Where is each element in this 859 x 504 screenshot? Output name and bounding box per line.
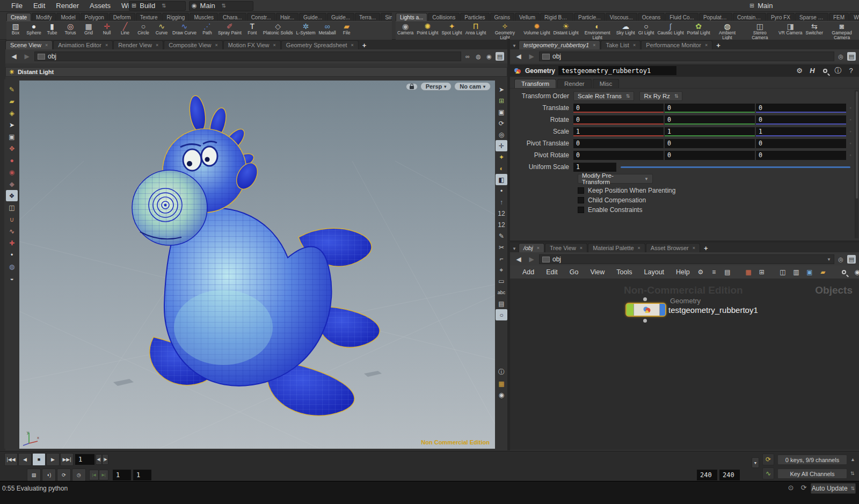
search-icon[interactable] — [820, 67, 830, 75]
camera-select[interactable]: No cam▾ — [454, 82, 491, 91]
desktop-build-select[interactable]: ⊞ Build ⇅ — [129, 1, 186, 11]
shelf-tab-hair[interactable]: Hair... — [276, 13, 299, 21]
folder-tab-render[interactable]: Render — [557, 79, 592, 88]
network-camera-icon[interactable]: ◉ — [851, 267, 859, 278]
group-grid-icon[interactable]: ▤ — [496, 298, 507, 309]
shadow-icon[interactable]: ◐ — [496, 163, 507, 174]
tool-platonic-solids[interactable]: ◇Platonic Solids — [261, 21, 295, 40]
shelf-tab-containe[interactable]: Containe... — [733, 13, 766, 21]
dynamics-tool-icon[interactable]: ◉ — [6, 166, 18, 178]
close-icon[interactable]: × — [273, 42, 276, 48]
radial-menu-select[interactable]: ⊞ Main — [747, 1, 812, 11]
display-options-icon[interactable]: ▤ — [847, 255, 856, 264]
new-pane-tab-button[interactable]: + — [701, 244, 711, 252]
scene-tab-composite-view[interactable]: Composite View× — [164, 40, 223, 49]
network-tab-obj[interactable]: /obj× — [519, 243, 544, 252]
pivot-translate-z-field[interactable]: 0 — [756, 139, 846, 148]
shelf-tab-create[interactable]: Create — [6, 13, 31, 21]
tool-switcher[interactable]: ⇆Switcher — [804, 21, 825, 40]
sphere-brush-icon[interactable]: ● — [6, 155, 18, 166]
network-path-field[interactable]: obj ▼ — [539, 254, 834, 264]
node-name-field[interactable]: testgeometry_rubbertoy1 — [558, 66, 676, 75]
tool-portal-light[interactable]: ✿Portal Light — [686, 21, 712, 40]
network-tab-tree-view[interactable]: Tree View× — [545, 243, 587, 252]
shelf-tab-populate[interactable]: Populate... — [699, 13, 732, 21]
axis-icon[interactable]: ⌖ — [496, 264, 507, 275]
folder-tab-misc[interactable]: Misc — [593, 79, 620, 88]
close-icon[interactable]: × — [705, 42, 708, 48]
paint-tool-icon[interactable]: ✎ — [6, 84, 18, 95]
expand-icon[interactable]: ▲ — [850, 457, 855, 462]
clip-icon[interactable]: ✂ — [496, 242, 507, 253]
vertex-numbers-icon[interactable]: 12 — [496, 219, 507, 230]
loop-mode-button[interactable]: ⟳ — [57, 469, 71, 481]
folder-icon[interactable]: ▰ — [817, 267, 829, 278]
current-tool-icon[interactable]: ❖ — [6, 190, 18, 201]
new-pane-tab-button[interactable]: + — [713, 41, 724, 49]
tool-curve[interactable]: ∿Curve — [152, 21, 171, 40]
tool-stereo-camera[interactable]: ◫Stereo Camera — [742, 21, 777, 40]
snapshot-icon[interactable]: ◉ — [485, 52, 493, 61]
spinner-icon[interactable]: ⇅ — [850, 471, 855, 476]
grid-view-icon[interactable]: ⊞ — [756, 267, 768, 278]
child-compensation-checkbox[interactable] — [578, 197, 584, 203]
spinner-icon[interactable]: ⇅ — [162, 3, 166, 9]
panel-icon[interactable]: ▭ — [496, 275, 507, 287]
shelf-tab-particles[interactable]: Particles — [460, 13, 489, 21]
shelf-tab-muscles[interactable]: Muscles — [190, 13, 218, 21]
stop-button[interactable]: ■ — [32, 453, 46, 466]
pretransform-menu-button[interactable]: Modify Pre-Transform ▼ — [578, 174, 653, 184]
houdini-badge-icon[interactable]: H — [807, 67, 817, 75]
tool-tube[interactable]: ▮Tube — [43, 21, 61, 40]
tool-grid[interactable]: ▦Grid — [79, 21, 98, 40]
close-icon[interactable]: × — [638, 245, 640, 251]
shelf-tab-grains[interactable]: Grains — [490, 13, 514, 21]
pane-menu-icon[interactable]: ▼ — [510, 43, 519, 49]
color-palette-icon[interactable]: ▦ — [496, 378, 507, 389]
forward-button[interactable]: ▶ — [526, 255, 537, 264]
tool-area-light[interactable]: ΠArea Light — [464, 21, 488, 40]
rotate-order-select[interactable]: Rx Ry Rz ⇅ — [639, 91, 682, 101]
lightbulb-icon[interactable]: ○ — [496, 309, 507, 320]
shelf-tab-rigging[interactable]: Rigging — [162, 13, 189, 21]
prev-key-button[interactable]: |◀ — [89, 470, 99, 480]
tool-vr-camera[interactable]: ◨VR Camera — [777, 21, 804, 40]
rotate-x-field[interactable]: 0 — [573, 115, 664, 125]
folder-tab-transform[interactable]: Transform — [514, 79, 556, 88]
pivot-translate-x-field[interactable]: 0 — [573, 139, 664, 148]
play-reverse-button[interactable]: ◀ — [18, 453, 32, 466]
scene-main-select[interactable]: ◉ Main ⇅ — [189, 1, 253, 11]
scene-viewport[interactable]: Persp▾ No cam▾ Non Commercial Edition yx — [19, 81, 495, 449]
tool-l-system[interactable]: ✲L-System — [295, 21, 317, 40]
shelf-tab-oceans[interactable]: Oceans — [638, 13, 665, 21]
params-tab-testgeometry-rubbertoy1[interactable]: testgeometry_rubbertoy1× — [519, 40, 601, 49]
find-icon[interactable] — [838, 267, 850, 278]
select-mode-icon[interactable]: ➤ — [496, 84, 507, 95]
close-icon[interactable]: × — [215, 42, 217, 48]
close-icon[interactable]: × — [593, 42, 595, 48]
tool-volume-light[interactable]: ✹Volume Light — [522, 21, 551, 40]
target-view-icon[interactable]: ◎ — [496, 129, 507, 140]
shelf-tab-modify[interactable]: Modify — [32, 13, 56, 21]
menu-assets[interactable]: Assets — [85, 1, 115, 11]
handles-icon[interactable]: ✛ — [496, 140, 507, 151]
shelf-tab-fem[interactable]: FEM — [829, 13, 849, 21]
close-icon[interactable]: × — [45, 42, 48, 48]
network-editor[interactable]: Non-Commercial Edition Objects Geometry … — [510, 279, 859, 450]
translate-x-field[interactable]: 0 — [573, 104, 664, 113]
close-icon[interactable]: × — [693, 245, 695, 251]
close-icon[interactable]: × — [156, 42, 158, 48]
scene-tab-geometry-spreadsheet[interactable]: Geometry Spreadsheet× — [281, 40, 359, 49]
snapshot-icon[interactable]: ▣ — [496, 106, 507, 118]
shelf-tab-viscous[interactable]: Viscous... — [606, 13, 637, 21]
menu-render[interactable]: Render — [51, 1, 84, 11]
close-icon[interactable]: × — [537, 245, 540, 251]
network-menu-tools[interactable]: Tools — [612, 267, 637, 277]
enable-constraints-checkbox[interactable] — [578, 207, 584, 213]
point-tool-icon[interactable]: • — [6, 249, 18, 260]
ik-chain-tool-icon[interactable]: ∿ — [6, 225, 18, 237]
tool-spot-light[interactable]: ✦Spot Light — [440, 21, 463, 40]
inactive-tool-icon[interactable]: ◆ — [6, 178, 18, 189]
tool-null[interactable]: ✛Null — [98, 21, 116, 40]
boolean-tool-icon[interactable]: ◫ — [6, 202, 18, 213]
